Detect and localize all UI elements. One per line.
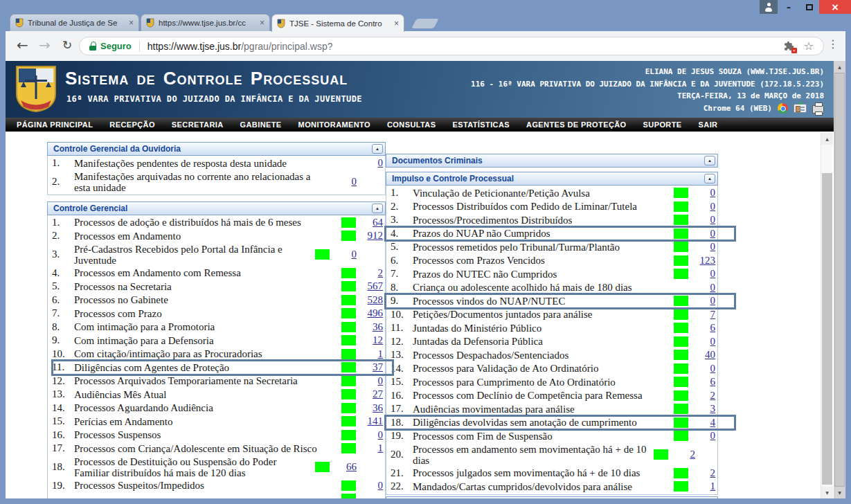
- green-indicator: [674, 309, 688, 320]
- count-link[interactable]: 0: [695, 214, 715, 226]
- count-link[interactable]: 0: [362, 480, 383, 492]
- count-link[interactable]: 0: [695, 363, 715, 375]
- new-tab-button[interactable]: [411, 19, 438, 28]
- forward-icon[interactable]: →: [39, 37, 51, 53]
- count-link[interactable]: 27: [362, 388, 383, 400]
- row-label: Mandados/Cartas cumpridos/devolvidos par…: [413, 480, 674, 493]
- count-link[interactable]: 0: [695, 241, 715, 253]
- menu-item-secretaria[interactable]: SECRETARIA: [163, 118, 232, 132]
- tab-3-active[interactable]: TJSE - Sistema de Contro ×: [271, 14, 404, 32]
- collapse-arrow-icon[interactable]: ▲: [372, 204, 383, 213]
- collapse-arrow-icon[interactable]: ▲: [704, 174, 715, 183]
- count-link[interactable]: 0: [695, 282, 715, 294]
- count-link[interactable]: 141: [362, 415, 383, 427]
- count-link[interactable]: 0: [362, 157, 383, 169]
- count-link[interactable]: 6: [695, 322, 715, 334]
- count-link[interactable]: 0: [336, 249, 357, 260]
- scroll-down-icon[interactable]: ▼: [821, 487, 833, 498]
- count-link[interactable]: 0: [695, 228, 715, 240]
- panel-header-impulso[interactable]: Impulso e Controle Processual ▲: [386, 172, 718, 186]
- tab-close-icon[interactable]: ×: [260, 19, 265, 27]
- scrollbar-thumb[interactable]: [834, 73, 845, 487]
- panel-header-gerencial[interactable]: Controle Gerencial ▲: [47, 201, 386, 215]
- maximize-button[interactable]: [800, 0, 819, 14]
- count-link[interactable]: 2: [695, 467, 715, 479]
- count-link[interactable]: 0: [695, 295, 715, 307]
- count-link[interactable]: 0: [695, 268, 715, 280]
- menu-item-suporte[interactable]: SUPORTE: [635, 118, 690, 132]
- scroll-up-icon[interactable]: ▲: [834, 61, 845, 73]
- browser-scrollbar[interactable]: ▲ ▼: [834, 61, 845, 498]
- count-link[interactable]: 0: [362, 375, 383, 387]
- count-link[interactable]: 37: [362, 361, 383, 373]
- panel-row: 3.Pré-Cadastros Recebidos pelo Portal da…: [48, 243, 385, 267]
- scroll-up-icon[interactable]: ▲: [821, 133, 833, 145]
- panel-row: 20.Processos em andamento sem movimentaç…: [386, 443, 717, 467]
- count-link[interactable]: 2: [674, 449, 695, 460]
- row-number: 1.: [386, 187, 413, 199]
- count-link[interactable]: 36: [362, 402, 383, 414]
- profile-button[interactable]: [760, 0, 778, 14]
- back-icon[interactable]: ←: [17, 37, 28, 53]
- panel-row: 19.Processos com Fim de Suspensão0: [386, 429, 717, 443]
- content-scrollbar[interactable]: ▲ ▼: [821, 133, 832, 498]
- scrollbar-thumb[interactable]: [822, 173, 832, 485]
- menu-dots-icon[interactable]: ⋮: [826, 37, 840, 51]
- menu-item-sair[interactable]: SAIR: [690, 118, 726, 132]
- menu-item-gabinete[interactable]: GABINETE: [232, 118, 290, 132]
- count-link[interactable]: 7: [695, 309, 715, 321]
- tab-close-icon[interactable]: ×: [129, 19, 134, 27]
- count-link[interactable]: 496: [362, 307, 383, 319]
- row-number: 18.: [48, 461, 74, 473]
- bookmark-star-icon[interactable]: ☆: [804, 39, 814, 53]
- count-link[interactable]: 2: [695, 390, 715, 402]
- count-link[interactable]: 0: [695, 187, 715, 199]
- count-link[interactable]: 528: [362, 294, 383, 306]
- count-link[interactable]: 912: [362, 230, 383, 242]
- count-link[interactable]: 567: [362, 280, 383, 292]
- minimize-button[interactable]: –: [778, 0, 800, 14]
- collapse-arrow-icon[interactable]: ▲: [372, 144, 383, 154]
- count-link[interactable]: 0: [336, 176, 357, 188]
- menu-item-agentes-de-protecao[interactable]: AGENTES DE PROTEÇÃO: [518, 118, 635, 132]
- count-link[interactable]: 66: [336, 461, 357, 473]
- menu-item-estatisticas[interactable]: ESTATÍSTICAS: [444, 118, 518, 132]
- count-link[interactable]: 2: [362, 267, 383, 279]
- count-link[interactable]: 1: [362, 442, 383, 454]
- tab-close-icon[interactable]: ×: [394, 19, 399, 28]
- count-link[interactable]: 0: [362, 429, 383, 441]
- count-link[interactable]: 40: [695, 349, 715, 361]
- menu-item-consultas[interactable]: CONSULTAS: [379, 118, 444, 132]
- count-link[interactable]: 12: [362, 334, 383, 346]
- count-link[interactable]: 6: [695, 376, 715, 388]
- count-link[interactable]: 3: [695, 403, 715, 415]
- menu-item-monitoramento[interactable]: MONITORAMENTO: [290, 118, 379, 132]
- count-link[interactable]: 64: [362, 217, 383, 228]
- printer-icon[interactable]: [812, 105, 824, 114]
- count-link[interactable]: 123: [695, 255, 715, 267]
- tab-2[interactable]: https://www.tjse.jus.br/cc ×: [141, 14, 270, 31]
- menu-item-recepcao[interactable]: RECEPÇÃO: [101, 118, 163, 132]
- menu-item-pagina-principal[interactable]: PÁGINA PRINCIPAL: [8, 118, 101, 132]
- collapse-arrow-icon[interactable]: ▲: [704, 156, 715, 165]
- row-number: 2.: [386, 201, 413, 213]
- panel-header-ouvidoria[interactable]: Controle Gerencial da Ouvidoria ▲: [47, 142, 386, 156]
- green-indicator: [674, 269, 688, 279]
- count-link[interactable]: 36: [362, 321, 383, 333]
- close-button[interactable]: ×: [819, 0, 851, 14]
- count-link[interactable]: 1: [695, 480, 715, 492]
- count-link[interactable]: 1: [362, 348, 383, 360]
- id-card-icon[interactable]: [794, 104, 807, 113]
- reload-icon[interactable]: ↻: [62, 38, 72, 52]
- extension-puzzle-icon[interactable]: ×: [784, 41, 795, 52]
- count-link[interactable]: 4: [695, 417, 715, 429]
- row-label: Manifestações arquivadas no corrente ano…: [74, 170, 315, 194]
- panel-header-criminais[interactable]: Documentos Criminais ▲: [386, 154, 718, 168]
- scroll-down-icon[interactable]: ▼: [834, 487, 845, 498]
- tab-1[interactable]: Tribunal de Justiça de Se ×: [10, 14, 139, 31]
- green-indicator: [674, 404, 688, 414]
- address-bar[interactable]: Seguro https://www.tjse.jus.br/pgrau/pri…: [79, 37, 824, 55]
- count-link[interactable]: 0: [695, 336, 715, 348]
- count-link[interactable]: 0: [695, 430, 715, 442]
- count-link[interactable]: 0: [695, 201, 715, 213]
